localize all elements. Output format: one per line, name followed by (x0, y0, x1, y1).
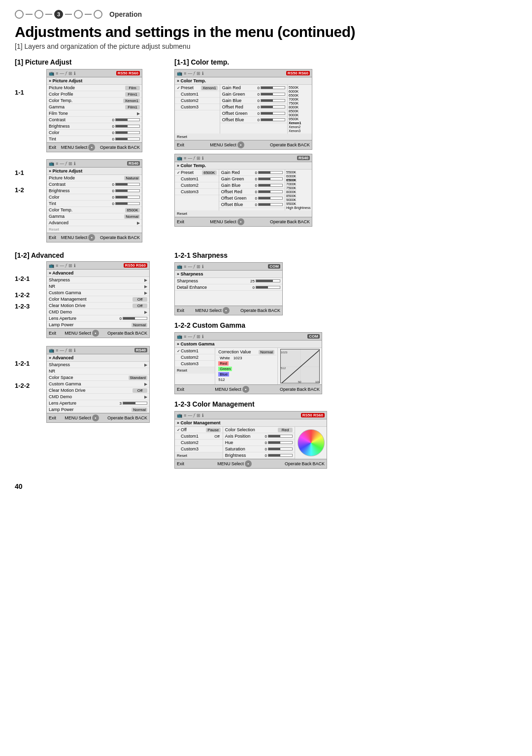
sharpness-heading: 1-2-1 Sharpness (174, 251, 517, 259)
cm-footer: Exit MENU Select ● Operate Back BACK (175, 459, 327, 468)
step-circle-2 (34, 10, 43, 19)
cg-title: Custom Gamma (175, 341, 322, 348)
label-1-2-2-l2: 1-2-2 (15, 382, 44, 389)
menu-row: Contrast0 (47, 181, 142, 188)
label-1-2-3-l: 1-2-3 (15, 303, 44, 310)
operation-label: Operation (109, 10, 142, 18)
cm-rs5060-badge: RS50 RS60 (301, 413, 325, 417)
menu-row: Hue0 (223, 440, 295, 446)
menu-row: ✓Off Pause (175, 427, 223, 433)
ctemp-rs5060-badge: RS50 RS60 (286, 71, 310, 75)
menu-row: Custom1 (175, 176, 219, 182)
ctemp-header-rs5060: 📺 ≡ — 𝑓 ⊞ ℹ RS50 RS60 (175, 69, 312, 77)
menu-row: Custom Gamma▶ (47, 290, 149, 296)
operate-btn[interactable]: ● (237, 218, 244, 225)
menu-row: Gain Red0 (220, 85, 287, 91)
menu-row: Lamp PowerNormal (47, 322, 149, 328)
operate-btn[interactable]: ● (88, 234, 95, 241)
menu-row: Custom3 (175, 361, 215, 367)
menu-label: MENU (61, 145, 74, 150)
reset-row: Reset (175, 134, 312, 140)
operate-btn[interactable]: ● (237, 141, 244, 148)
ctemp-footer-rs40: Exit MENU Select ● Operate Back BACK (175, 217, 312, 226)
select-label: Select (75, 145, 87, 150)
menu-row: GammaFilm1 (47, 104, 142, 110)
rs5060-badge: RS50 RS60 (116, 71, 140, 75)
step-dash-2 (45, 14, 52, 15)
menu-row: Color Temp.6500K (47, 207, 142, 213)
label-1-2-2-l: 1-2-2 (15, 291, 44, 299)
menu-row: Custom2 (175, 182, 219, 189)
cg-header: 📺 ≡ — 𝑓 ⊞ ℹ COM (175, 333, 322, 341)
svg-text:1023: 1023 (281, 351, 288, 354)
adv-header-rs5060: 📺 ≡ — 𝑓 ⊞ ℹ RS50 RS60 (47, 262, 149, 270)
back-label: Back (117, 235, 127, 240)
menu-row: Film Tone▶ (47, 110, 142, 117)
operate-btn[interactable]: ● (92, 330, 99, 337)
menu-row: Color ManagementOff (47, 296, 149, 303)
ctemp-title-rs40: Color Temp. (175, 162, 312, 170)
menu-row: Custom1 (175, 91, 220, 98)
rs40-badge: RS40 (127, 161, 140, 166)
advanced-rs40-box: 📺 ≡ — 𝑓 ⊞ ℹ RS40 Advanced Sharpness▶ NR (46, 346, 150, 423)
menu-row: Color0 (47, 194, 142, 201)
menu-row: Offset Blue0 (220, 117, 287, 123)
step-circle-5 (94, 10, 102, 19)
operate-btn[interactable]: ● (88, 144, 95, 151)
menu-row: Tint0 (47, 136, 142, 142)
menu-row: Correction ValueNormal (216, 349, 276, 355)
advanced-rs5060-box: 📺 ≡ — 𝑓 ⊞ ℹ RS50 RS60 Advanced Sharpness… (46, 261, 150, 338)
sharp-com-badge: COM (268, 264, 280, 269)
menu-row: Offset Green0 (219, 195, 285, 202)
adv-rs5060-badge: RS50 RS60 (124, 263, 147, 268)
menu-label: MENU (61, 235, 74, 240)
menu-row: Offset Green0 (220, 110, 287, 117)
page-title: Adjustments and settings in the menu (co… (15, 24, 517, 40)
svg-text:100: 100 (315, 380, 320, 383)
menu-row: Sharpness▶ (47, 277, 149, 283)
menu-row: Color Temp.Xenon1 (47, 98, 142, 104)
menu-row: Saturation0 (223, 446, 295, 452)
menu-footer-rs40: Exit MENU Select ● Operate Back BACK (47, 233, 142, 242)
step-dash-4 (85, 14, 92, 15)
menu-row: Advanced▶ (47, 220, 142, 226)
menu-row: Color SpaceStandard (47, 375, 149, 381)
menu-row: Custom2 (175, 354, 215, 361)
label-1-2-1-l2: 1-2-1 (15, 360, 44, 367)
custom-gamma-box: 📺 ≡ — 𝑓 ⊞ ℹ COM Custom Gamma ✓Custom1 (174, 332, 322, 394)
color-temp-heading: [1-1] Color temp. (174, 58, 517, 66)
menu-row: Reset (175, 367, 215, 374)
cm-title: Color Management (175, 419, 327, 427)
ctemp-rs40-badge: RS40 (297, 156, 310, 160)
ctemp-footer-rs5060: Exit MENU Select ● Operate Back BACK (175, 140, 312, 149)
menu-row: Lens Aperture0 (47, 315, 149, 322)
menu-row: Offset Blue0 (219, 202, 285, 208)
operate-btn[interactable]: ● (223, 307, 230, 314)
menu-row: Gain Red0 (219, 170, 285, 176)
sharpness-box: 📺 ≡ — 𝑓 ⊞ ℹ COM Sharpness Sharpness25 De… (174, 262, 283, 315)
menu-row: ✓PresetXenon1 (175, 85, 220, 91)
menu-row: Brightness0 (223, 452, 295, 459)
operate-btn[interactable]: ● (92, 414, 99, 421)
operate-btn[interactable]: ● (245, 460, 252, 467)
menu-row: Custom Gamma▶ (47, 381, 149, 387)
reset-row-rs40: Reset (175, 210, 312, 217)
color-temp-rs40-box: 📺 ≡ — 𝑓 ⊞ ℹ RS40 Color Temp. ✓Preset6500… (174, 154, 312, 227)
adv-footer-rs40: Exit MENU Select ● Operate Back BACK (47, 413, 149, 422)
menu-row: Reset (175, 452, 223, 459)
menu-row: Contrast0 (47, 117, 142, 123)
menu-row: Gain Blue0 (219, 182, 285, 189)
menu-row: GammaNormal (47, 213, 142, 220)
exit-label: Exit (49, 235, 56, 240)
menu-row: CMD Demo▶ (47, 309, 149, 315)
menu-row: Custom3 (175, 189, 219, 195)
menu-row: Picture ModeNatural (47, 175, 142, 181)
menu-row: Picture ModeFilm (47, 85, 142, 91)
label-1-1-bot: 1-1 (15, 169, 44, 176)
custom-gamma-heading: 1-2-2 Custom Gamma (174, 321, 517, 329)
adv-footer-rs5060: Exit MENU Select ● Operate Back BACK (47, 328, 149, 338)
menu-row: Lens Aperture3 (47, 400, 149, 407)
header-bar: 3 Operation (15, 10, 517, 19)
menu-row: Custom3 (175, 446, 223, 452)
operate-btn[interactable]: ● (242, 386, 249, 393)
